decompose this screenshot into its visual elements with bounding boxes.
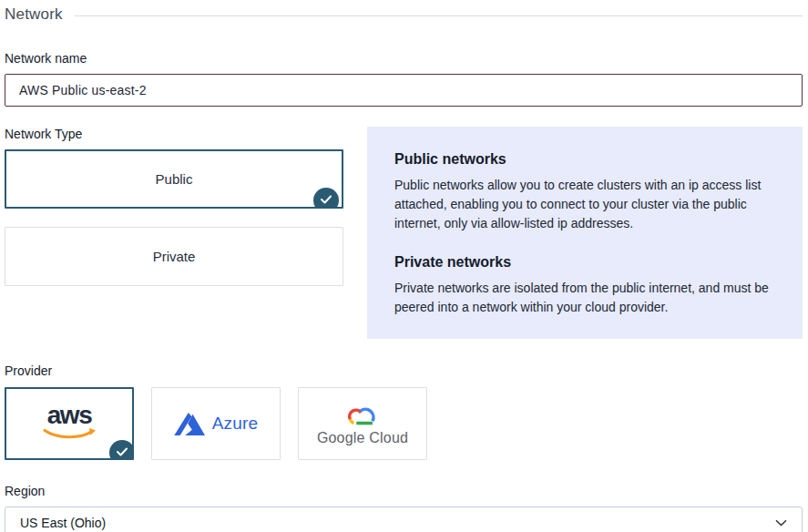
network-type-label: Network Type: [5, 127, 343, 142]
network-type-option-label: Public: [156, 171, 193, 187]
aws-smile-icon: [40, 427, 98, 441]
google-cloud-icon: [343, 401, 382, 429]
google-cloud-logo-icon: Google Cloud: [317, 401, 408, 446]
network-info-panel: Public networks Public networks allow yo…: [367, 127, 803, 339]
aws-wordmark: aws: [47, 404, 91, 427]
azure-logo-icon: Azure: [174, 412, 259, 436]
azure-wordmark: Azure: [212, 414, 259, 434]
info-heading-private: Private networks: [394, 254, 775, 271]
network-form: Network Network name Network Type Public…: [0, 0, 808, 532]
network-type-section: Network Type Public Private Public netwo…: [5, 127, 803, 339]
section-header: Network: [5, 4, 803, 26]
region-label: Region: [5, 484, 803, 499]
info-body-private: Private networks are isolated from the p…: [394, 279, 775, 317]
network-name-input[interactable]: [5, 74, 803, 107]
check-icon: [313, 188, 339, 209]
provider-option-azure[interactable]: Azure: [151, 387, 281, 460]
network-name-label: Network name: [5, 51, 803, 66]
network-type-column: Network Type Public Private: [5, 127, 343, 339]
provider-option-google-cloud[interactable]: Google Cloud: [298, 387, 427, 460]
aws-logo-icon: aws: [40, 404, 98, 441]
info-body-public: Public networks allow you to create clus…: [394, 176, 775, 233]
provider-label: Provider: [5, 363, 803, 379]
provider-option-aws[interactable]: aws: [5, 387, 134, 460]
check-icon: [109, 440, 134, 460]
section-divider: [75, 15, 803, 16]
network-type-option-label: Private: [153, 249, 196, 264]
azure-triangle-icon: [174, 412, 205, 436]
region-selected-value: US East (Ohio): [20, 516, 106, 530]
network-type-option-private[interactable]: Private: [5, 227, 343, 286]
network-type-option-public[interactable]: Public: [5, 149, 343, 209]
chevron-down-icon: [775, 519, 787, 527]
region-select[interactable]: US East (Ohio): [5, 506, 803, 532]
page-title: Network: [5, 4, 63, 26]
google-cloud-wordmark: Google Cloud: [317, 430, 408, 446]
info-heading-public: Public networks: [394, 151, 775, 168]
provider-options: aws Azure: [5, 387, 803, 460]
